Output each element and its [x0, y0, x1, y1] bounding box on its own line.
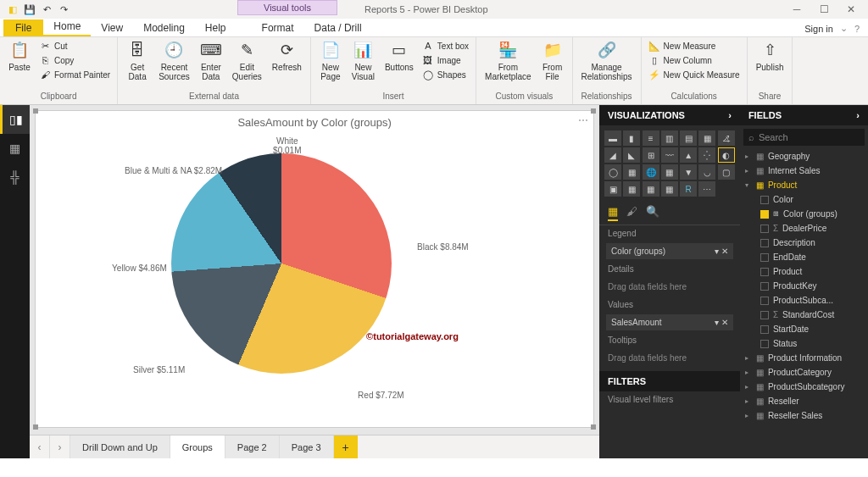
from-marketplace-button[interactable]: 🏪From Marketplace [481, 39, 534, 83]
tabs-prev-button[interactable]: ‹ [30, 435, 50, 458]
from-file-button[interactable]: 📁From File [538, 39, 567, 83]
viz-ribbon-icon[interactable]: 〰 [661, 147, 678, 163]
field-item[interactable]: EndDate [740, 250, 868, 264]
viz-map-icon[interactable]: 🌐 [643, 164, 659, 180]
selection-handle[interactable] [591, 424, 596, 430]
tab-modeling[interactable]: Modeling [133, 19, 195, 36]
chevron-down-icon[interactable]: ⌄ [840, 23, 848, 34]
tab-home[interactable]: Home [43, 18, 91, 36]
sign-in-link[interactable]: Sign in [804, 24, 833, 34]
report-view-button[interactable]: ▯▮ [0, 105, 30, 134]
new-visual-button[interactable]: 📊New Visual [348, 39, 378, 83]
selection-handle[interactable] [33, 424, 38, 430]
new-page-button[interactable]: 📄New Page [316, 39, 345, 83]
tab-format[interactable]: Format [252, 19, 304, 36]
help-icon[interactable]: ? [854, 24, 860, 34]
field-item[interactable]: ▸▦ Product Information [740, 351, 868, 365]
page-tab[interactable]: Drill Down and Up [70, 435, 170, 458]
viz-kpi-icon[interactable]: ▣ [604, 181, 621, 197]
viz-card-icon[interactable]: ▢ [718, 164, 735, 180]
collapse-icon[interactable]: › [856, 110, 860, 120]
field-item[interactable]: ▸▦ Geography [740, 149, 868, 164]
page-tab[interactable]: Page 3 [280, 435, 334, 458]
buttons-button[interactable]: ▭Buttons [381, 39, 417, 74]
viz-clustbar-icon[interactable]: ≡ [643, 130, 659, 146]
redo-icon[interactable]: ↷ [58, 3, 70, 15]
format-painter-button[interactable]: 🖌Format Painter [37, 68, 112, 81]
maximize-button[interactable]: ☐ [810, 1, 837, 18]
field-item[interactable]: ⊞ Color (groups) [740, 207, 868, 221]
field-item[interactable]: ▾▦ Product [740, 178, 868, 192]
field-item[interactable]: Description [740, 236, 868, 250]
close-button[interactable]: ✕ [837, 1, 865, 18]
page-tab[interactable]: Groups [170, 435, 225, 458]
tab-view[interactable]: View [91, 19, 133, 36]
collapse-icon[interactable]: › [728, 110, 732, 120]
viz-stackedbar-icon[interactable]: ▬ [604, 130, 621, 146]
viz-funnel-icon[interactable]: ▼ [680, 164, 697, 180]
field-item[interactable]: ▸▦ Reseller [740, 394, 868, 408]
new-column-button[interactable]: ▯New Column [647, 53, 742, 67]
minimize-button[interactable]: ─ [783, 1, 810, 18]
field-item[interactable]: ▸▦ ProductCategory [740, 365, 868, 380]
tooltips-field-well[interactable]: Drag data fields here [599, 348, 740, 368]
copy-button[interactable]: ⎘Copy [37, 53, 112, 67]
values-field-well[interactable]: SalesAmount▾ ✕ [606, 314, 733, 330]
viz-filledmap-icon[interactable]: ▦ [661, 164, 678, 180]
field-item[interactable]: ▸▦ Reseller Sales [740, 408, 868, 423]
tab-datadrill[interactable]: Data / Drill [304, 19, 372, 36]
field-item[interactable]: Color [740, 192, 868, 207]
viz-100bar-icon[interactable]: ▤ [680, 130, 697, 146]
viz-matrix-icon[interactable]: ▦ [661, 181, 678, 197]
viz-donut-icon[interactable]: ◯ [604, 164, 621, 180]
data-view-button[interactable]: ▦ [0, 134, 30, 163]
field-item[interactable]: ▸▦ ProductSubcategory [740, 380, 868, 394]
report-canvas[interactable]: ⋯ SalesAmount by Color (groups) Black $8… [35, 110, 594, 428]
textbox-button[interactable]: AText box [420, 39, 470, 53]
enter-data-button[interactable]: ⌨Enter Data [197, 39, 225, 83]
selection-handle[interactable] [591, 108, 596, 114]
paste-button[interactable]: 📋Paste [5, 39, 34, 74]
cut-button[interactable]: ✂Cut [37, 39, 112, 53]
add-page-button[interactable]: + [334, 435, 358, 458]
tab-help[interactable]: Help [195, 19, 236, 36]
field-item[interactable]: ▸▦ Internet Sales [740, 164, 868, 178]
shapes-button[interactable]: ◯Shapes [420, 68, 470, 81]
save-icon[interactable]: 💾 [24, 3, 36, 15]
model-view-button[interactable]: ╬ [0, 163, 30, 191]
field-item[interactable]: ProductSubca... [740, 293, 868, 308]
field-item[interactable]: Status [740, 336, 868, 351]
viz-pie-icon[interactable]: ◐ [718, 147, 735, 163]
fields-search[interactable]: ⌕Search [743, 129, 865, 146]
field-item[interactable]: Σ DealerPrice [740, 221, 868, 236]
recent-sources-button[interactable]: 🕘Recent Sources [155, 39, 193, 83]
viz-stackarea-icon[interactable]: ◣ [623, 147, 640, 163]
viz-custom-icon[interactable]: ⋯ [698, 181, 715, 197]
viz-scatter-icon[interactable]: ⁛ [698, 147, 715, 163]
viz-waterfall-icon[interactable]: ▲ [680, 147, 697, 163]
publish-button[interactable]: ⇧Publish [753, 39, 787, 74]
get-data-button[interactable]: 🗄Get Data [123, 39, 152, 83]
viz-clustcol-icon[interactable]: ▥ [661, 130, 678, 146]
viz-gauge-icon[interactable]: ◡ [698, 164, 715, 180]
viz-stackedcol-icon[interactable]: ▮ [623, 130, 640, 146]
details-field-well[interactable]: Drag data fields here [599, 277, 740, 297]
file-tab[interactable]: File [3, 19, 43, 36]
selection-handle[interactable] [33, 108, 38, 114]
viz-line-icon[interactable]: ⦨ [718, 130, 735, 146]
page-tab[interactable]: Page 2 [225, 435, 280, 458]
field-item[interactable]: StartDate [740, 322, 868, 336]
fields-tab-icon[interactable]: ▦ [608, 205, 618, 221]
viz-treemap-icon[interactable]: ▦ [623, 164, 640, 180]
new-measure-button[interactable]: 📐New Measure [647, 39, 742, 53]
visual-menu-icon[interactable]: ⋯ [578, 114, 588, 126]
pie-chart[interactable] [171, 153, 392, 374]
quick-measure-button[interactable]: ⚡New Quick Measure [647, 68, 742, 81]
undo-icon[interactable]: ↶ [41, 3, 53, 15]
field-item[interactable]: Σ StandardCost [740, 308, 868, 322]
viz-slicer-icon[interactable]: ▦ [623, 181, 640, 197]
field-item[interactable]: Product [740, 264, 868, 279]
manage-rel-button[interactable]: 🔗Manage Relationships [578, 39, 636, 83]
field-item[interactable]: ProductKey [740, 279, 868, 293]
image-button[interactable]: 🖼Image [420, 53, 470, 67]
